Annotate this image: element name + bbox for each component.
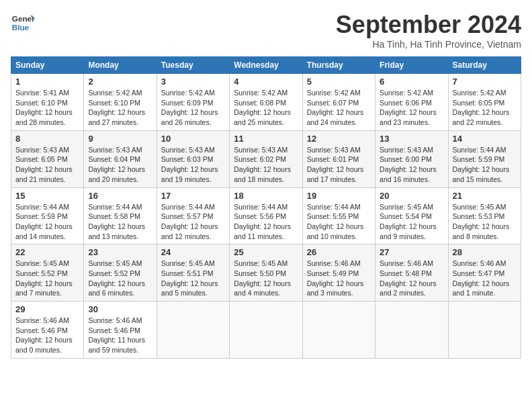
calendar-cell: 21Sunrise: 5:45 AMSunset: 5:53 PMDayligh…: [448, 187, 521, 244]
calendar-cell: 5Sunrise: 5:42 AMSunset: 6:07 PMDaylight…: [302, 74, 375, 131]
calendar-cell: 1Sunrise: 5:41 AMSunset: 6:10 PMDaylight…: [11, 74, 84, 131]
cell-info: Sunrise: 5:43 AMSunset: 6:05 PMDaylight:…: [15, 145, 79, 185]
day-number: 27: [380, 247, 443, 257]
day-number: 9: [88, 134, 152, 144]
logo-icon: General Blue: [11, 11, 35, 35]
page-header: General Blue September 2024 Ha Tinh, Ha …: [11, 11, 521, 50]
cell-info: Sunrise: 5:46 AMSunset: 5:47 PMDaylight:…: [453, 259, 517, 298]
day-number: 22: [15, 247, 79, 257]
cell-info: Sunrise: 5:43 AMSunset: 6:04 PMDaylight:…: [88, 145, 152, 185]
day-number: 24: [161, 247, 225, 257]
cell-info: Sunrise: 5:42 AMSunset: 6:06 PMDaylight:…: [380, 88, 443, 128]
calendar-cell: [375, 302, 448, 359]
calendar-cell: 30Sunrise: 5:46 AMSunset: 5:46 PMDayligh…: [84, 302, 157, 359]
cell-info: Sunrise: 5:42 AMSunset: 6:10 PMDaylight:…: [88, 88, 152, 128]
calendar-cell: 6Sunrise: 5:42 AMSunset: 6:06 PMDaylight…: [375, 74, 448, 131]
calendar-cell: 7Sunrise: 5:42 AMSunset: 6:05 PMDaylight…: [448, 74, 521, 131]
day-number: 15: [15, 191, 79, 201]
calendar-cell: 18Sunrise: 5:44 AMSunset: 5:56 PMDayligh…: [230, 187, 302, 244]
day-number: 1: [15, 77, 79, 87]
day-number: 7: [453, 77, 517, 87]
cell-info: Sunrise: 5:46 AMSunset: 5:48 PMDaylight:…: [380, 259, 443, 298]
cell-info: Sunrise: 5:43 AMSunset: 6:01 PMDaylight:…: [307, 145, 371, 185]
calendar-cell: 19Sunrise: 5:44 AMSunset: 5:55 PMDayligh…: [302, 187, 375, 244]
day-number: 17: [161, 191, 225, 201]
cell-info: Sunrise: 5:45 AMSunset: 5:50 PMDaylight:…: [234, 259, 298, 298]
day-number: 14: [453, 134, 517, 144]
calendar-cell: [230, 302, 302, 359]
calendar-cell: 14Sunrise: 5:44 AMSunset: 5:59 PMDayligh…: [448, 130, 521, 187]
cell-info: Sunrise: 5:45 AMSunset: 5:51 PMDaylight:…: [161, 259, 225, 298]
day-number: 2: [88, 77, 152, 87]
calendar-cell: 15Sunrise: 5:44 AMSunset: 5:59 PMDayligh…: [11, 187, 84, 244]
month-title: September 2024: [336, 11, 521, 39]
title-section: September 2024 Ha Tinh, Ha Tinh Province…: [336, 11, 521, 50]
day-number: 29: [15, 304, 79, 314]
cell-info: Sunrise: 5:44 AMSunset: 5:59 PMDaylight:…: [453, 145, 517, 185]
cell-info: Sunrise: 5:46 AMSunset: 5:49 PMDaylight:…: [307, 259, 371, 298]
cell-info: Sunrise: 5:43 AMSunset: 6:00 PMDaylight:…: [380, 145, 443, 185]
calendar-cell: 8Sunrise: 5:43 AMSunset: 6:05 PMDaylight…: [11, 130, 84, 187]
day-number: 21: [453, 191, 517, 201]
cell-info: Sunrise: 5:41 AMSunset: 6:10 PMDaylight:…: [15, 88, 79, 128]
day-number: 12: [307, 134, 371, 144]
calendar-cell: [157, 302, 229, 359]
calendar-cell: 27Sunrise: 5:46 AMSunset: 5:48 PMDayligh…: [375, 244, 448, 302]
day-number: 8: [15, 134, 79, 144]
svg-text:Blue: Blue: [12, 23, 30, 32]
day-number: 4: [234, 77, 298, 87]
calendar-cell: 29Sunrise: 5:46 AMSunset: 5:46 PMDayligh…: [11, 302, 84, 359]
cell-info: Sunrise: 5:42 AMSunset: 6:07 PMDaylight:…: [307, 88, 371, 128]
day-number: 19: [307, 191, 371, 201]
calendar-cell: 23Sunrise: 5:45 AMSunset: 5:52 PMDayligh…: [84, 244, 157, 302]
calendar-cell: 3Sunrise: 5:42 AMSunset: 6:09 PMDaylight…: [157, 74, 229, 131]
day-number: 20: [380, 191, 443, 201]
cell-info: Sunrise: 5:43 AMSunset: 6:02 PMDaylight:…: [234, 145, 298, 185]
day-number: 10: [161, 134, 225, 144]
day-number: 3: [161, 77, 225, 87]
cell-info: Sunrise: 5:46 AMSunset: 5:46 PMDaylight:…: [88, 316, 152, 355]
cell-info: Sunrise: 5:44 AMSunset: 5:56 PMDaylight:…: [234, 202, 298, 242]
logo: General Blue: [11, 11, 35, 35]
day-number: 26: [307, 247, 371, 257]
calendar-cell: 10Sunrise: 5:43 AMSunset: 6:03 PMDayligh…: [157, 130, 229, 187]
calendar-cell: [302, 302, 375, 359]
cell-info: Sunrise: 5:45 AMSunset: 5:52 PMDaylight:…: [88, 259, 152, 298]
calendar-cell: 26Sunrise: 5:46 AMSunset: 5:49 PMDayligh…: [302, 244, 375, 302]
header-sunday: Sunday: [11, 57, 84, 74]
calendar-cell: 11Sunrise: 5:43 AMSunset: 6:02 PMDayligh…: [230, 130, 302, 187]
svg-text:General: General: [12, 14, 35, 23]
calendar-table: SundayMondayTuesdayWednesdayThursdayFrid…: [11, 56, 521, 359]
cell-info: Sunrise: 5:46 AMSunset: 5:46 PMDaylight:…: [15, 316, 79, 355]
cell-info: Sunrise: 5:45 AMSunset: 5:53 PMDaylight:…: [453, 202, 517, 242]
cell-info: Sunrise: 5:42 AMSunset: 6:09 PMDaylight:…: [161, 88, 225, 128]
cell-info: Sunrise: 5:44 AMSunset: 5:58 PMDaylight:…: [88, 202, 152, 242]
calendar-cell: 12Sunrise: 5:43 AMSunset: 6:01 PMDayligh…: [302, 130, 375, 187]
header-monday: Monday: [84, 57, 157, 74]
header-tuesday: Tuesday: [157, 57, 229, 74]
cell-info: Sunrise: 5:44 AMSunset: 5:55 PMDaylight:…: [307, 202, 371, 242]
header-row: SundayMondayTuesdayWednesdayThursdayFrid…: [11, 57, 521, 74]
calendar-cell: 9Sunrise: 5:43 AMSunset: 6:04 PMDaylight…: [84, 130, 157, 187]
cell-info: Sunrise: 5:44 AMSunset: 5:59 PMDaylight:…: [15, 202, 79, 242]
cell-info: Sunrise: 5:44 AMSunset: 5:57 PMDaylight:…: [161, 202, 225, 242]
cell-info: Sunrise: 5:42 AMSunset: 6:05 PMDaylight:…: [453, 88, 517, 128]
header-thursday: Thursday: [302, 57, 375, 74]
day-number: 5: [307, 77, 371, 87]
day-number: 30: [88, 304, 152, 314]
calendar-cell: 25Sunrise: 5:45 AMSunset: 5:50 PMDayligh…: [230, 244, 302, 302]
calendar-cell: 4Sunrise: 5:42 AMSunset: 6:08 PMDaylight…: [230, 74, 302, 131]
cell-info: Sunrise: 5:45 AMSunset: 5:54 PMDaylight:…: [380, 202, 443, 242]
day-number: 18: [234, 191, 298, 201]
day-number: 16: [88, 191, 152, 201]
calendar-cell: [448, 302, 521, 359]
header-friday: Friday: [375, 57, 448, 74]
header-wednesday: Wednesday: [230, 57, 302, 74]
cell-info: Sunrise: 5:42 AMSunset: 6:08 PMDaylight:…: [234, 88, 298, 128]
calendar-cell: 16Sunrise: 5:44 AMSunset: 5:58 PMDayligh…: [84, 187, 157, 244]
location-title: Ha Tinh, Ha Tinh Province, Vietnam: [336, 39, 521, 50]
calendar-cell: 20Sunrise: 5:45 AMSunset: 5:54 PMDayligh…: [375, 187, 448, 244]
day-number: 13: [380, 134, 443, 144]
day-number: 11: [234, 134, 298, 144]
header-saturday: Saturday: [448, 57, 521, 74]
